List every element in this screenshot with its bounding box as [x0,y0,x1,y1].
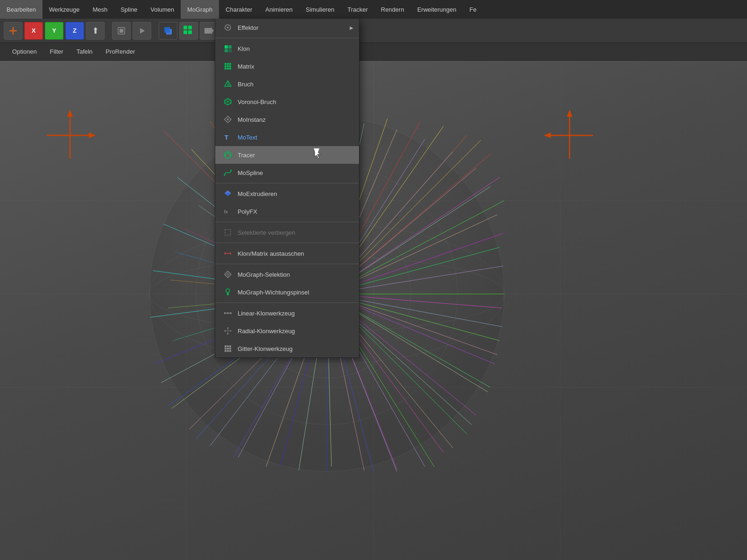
dropdown-item-linear-klonwerkzeug[interactable]: Linear-Klonwerkzeug [215,304,359,322]
add-button[interactable] [4,22,22,40]
svg-marker-40 [544,133,551,138]
move-tool-button[interactable]: ⬆ [86,22,105,40]
toolbar2-item-prorender[interactable]: ProRender [99,43,141,60]
menubar-item-werkzeuge[interactable]: Werkzeuge [42,0,86,19]
svg-point-163 [224,312,226,314]
dropdown-item-klon[interactable]: Klon [215,40,359,57]
svg-rect-184 [227,350,229,352]
svg-rect-133 [227,68,229,70]
svg-rect-181 [227,348,229,350]
effektor-icon [223,22,233,33]
play-button[interactable] [133,22,151,40]
toolbar2-item-optionen[interactable]: Optionen [6,43,43,60]
tracer-icon [223,150,233,160]
dropdown-item-tracer[interactable]: Tracer [215,146,359,164]
menubar-item-erweiterungen[interactable]: Erweiterungen [411,0,463,19]
menubar-item-animieren[interactable]: Animieren [259,0,299,19]
dropdown-item-selektierte: Selektierte verbergen [215,224,359,241]
linear-klonwerkzeug-icon [223,308,233,318]
dropdown-item-moinstanz[interactable]: MoInstanz [215,111,359,128]
menubar-item-rendern[interactable]: Rendern [374,0,411,19]
toolbar2-item-filter[interactable]: Filter [43,43,70,60]
svg-marker-38 [567,110,572,117]
svg-rect-179 [229,345,231,347]
svg-rect-131 [229,65,231,67]
grid-cubes-icon [183,25,195,37]
moinstanz-icon [223,114,233,125]
svg-marker-158 [230,252,231,255]
menubar-item-volumen[interactable]: Volumen [144,0,181,19]
dropdown-item-moextrudieren[interactable]: MoExtrudieren [215,185,359,203]
axis-handle-right [542,107,598,163]
object-btn-1[interactable] [159,22,177,40]
menubar-item-simulieren[interactable]: Simulieren [299,0,341,19]
svg-rect-9 [183,30,187,34]
svg-rect-3 [120,29,123,33]
svg-rect-6 [164,27,170,33]
svg-point-161 [226,289,230,293]
dropdown-item-motext[interactable]: T MoText [215,128,359,146]
svg-rect-122 [225,45,228,49]
motext-icon: T [223,132,233,142]
play-icon [137,26,147,36]
mospline-icon [223,168,233,178]
dropdown-item-effektor[interactable]: Effektor [215,19,359,36]
mograph-dropdown: Effektor Klon [215,19,359,358]
svg-rect-162 [227,293,229,295]
svg-marker-157 [225,252,226,255]
second-toolbar: Optionen Filter Tafeln ProRender [0,43,747,61]
dropdown-item-mograph-selektion[interactable]: MoGraph-Selektion [215,266,359,283]
dropdown-item-mospline[interactable]: MoSpline [215,164,359,182]
dropdown-item-mograph-wichtungspinsel[interactable]: MoGraph-Wichtungspinsel [215,283,359,301]
dropdown-separator-4 [215,243,359,243]
scene-background [0,61,747,560]
svg-rect-10 [188,30,192,34]
menubar-item-charakter[interactable]: Charakter [219,0,259,19]
dropdown-item-gitter-klonwerkzeug[interactable]: Gitter-Klonwerkzeug [215,340,359,357]
axis-handle-left [42,107,98,163]
record-button[interactable] [112,22,131,40]
dropdown-item-matrix[interactable]: Matrix [215,57,359,75]
svg-rect-7 [183,26,187,29]
toolbar: X Y Z ⬆ [0,19,747,43]
menubar-item-bearbeiten[interactable]: Bearbeiten [0,0,42,19]
cross-icon [8,26,18,36]
mograph-selektion-icon [223,269,233,280]
svg-marker-36 [89,133,96,138]
svg-point-164 [227,312,229,314]
klon-icon [223,43,233,54]
menubar-item-mesh[interactable]: Mesh [86,0,114,19]
dropdown-separator-6 [215,302,359,303]
dropdown-separator-5 [215,264,359,264]
x-axis-button[interactable]: X [24,22,43,40]
svg-rect-126 [225,63,226,65]
svg-point-168 [227,328,229,329]
bruch-icon [223,79,233,89]
moextrudieren-icon [223,189,233,199]
svg-point-152 [231,170,232,171]
menubar-item-mograph[interactable]: MoGraph [181,0,219,19]
svg-rect-156 [225,230,231,235]
z-axis-button[interactable]: Z [65,22,84,40]
svg-rect-128 [229,63,231,65]
svg-rect-127 [227,63,229,65]
svg-point-143 [227,119,229,120]
grid-cubes-button[interactable] [179,22,198,40]
svg-rect-185 [229,350,231,352]
svg-marker-4 [140,28,145,34]
svg-rect-125 [228,49,232,52]
dropdown-item-klonmatrix[interactable]: Klon/Matrix austauschen [215,245,359,262]
svg-rect-177 [225,345,226,347]
svg-rect-11 [204,28,211,34]
dropdown-item-radial-klonwerkzeug[interactable]: Radial-Klonwerkzeug [215,322,359,340]
mograph-wichtungspinsel-icon [223,287,233,297]
y-axis-button[interactable]: Y [45,22,63,40]
dropdown-item-bruch[interactable]: Bruch [215,75,359,93]
dropdown-item-polyfx[interactable]: fx PolyFX [215,203,359,220]
toolbar2-item-tafeln[interactable]: Tafeln [70,43,99,60]
menubar-item-tracker[interactable]: Tracker [341,0,374,19]
menubar-item-fe[interactable]: Fe [463,0,483,19]
menubar-item-spline[interactable]: Spline [114,0,144,19]
svg-point-165 [230,312,232,314]
dropdown-item-voronoi[interactable]: Voronoi-Bruch [215,93,359,111]
